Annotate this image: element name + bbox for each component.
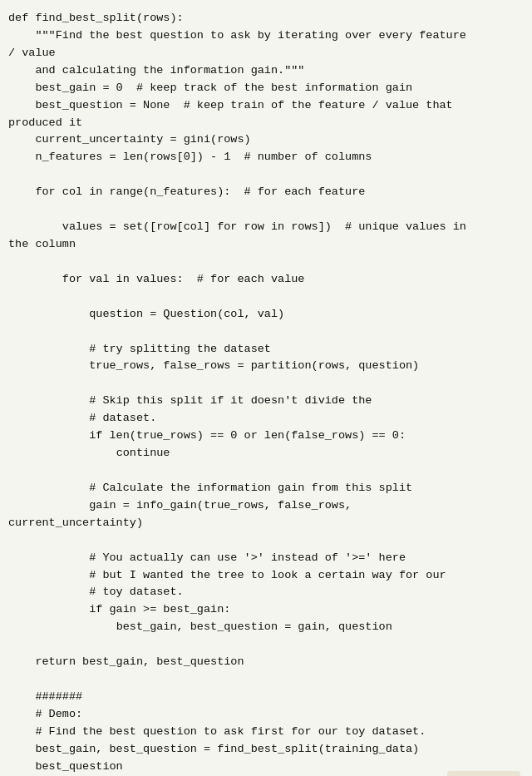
watermark: 头条@AI中国 (447, 771, 520, 776)
code-container: def find_best_split(rows): """Find the b… (0, 0, 532, 776)
code-block: def find_best_split(rows): """Find the b… (8, 10, 524, 776)
